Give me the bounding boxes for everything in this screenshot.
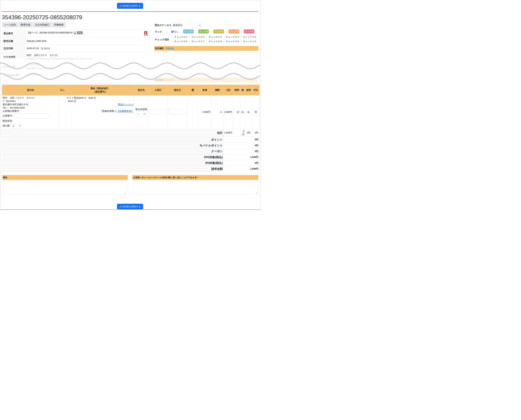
svg-text:R: R <box>144 31 148 36</box>
